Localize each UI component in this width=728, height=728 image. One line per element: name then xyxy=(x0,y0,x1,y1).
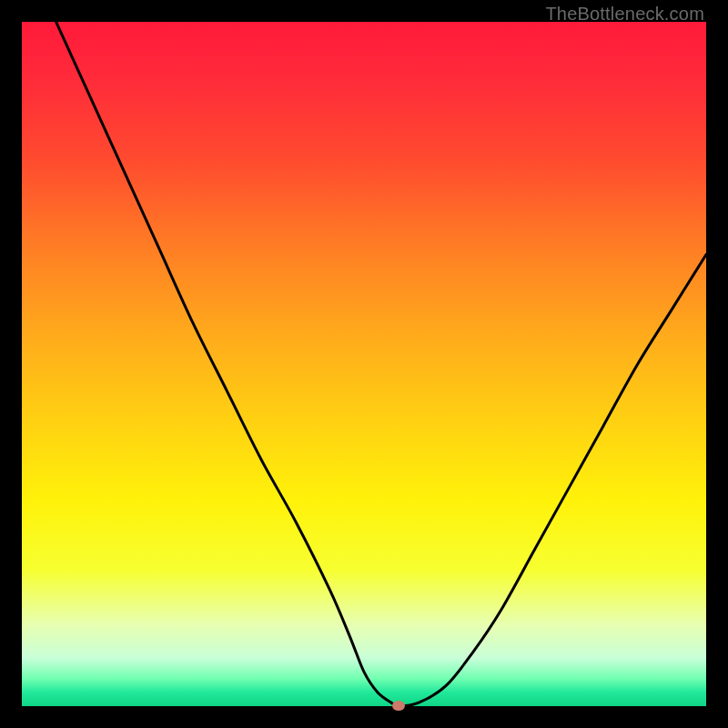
chart-container: TheBottleneck.com xyxy=(0,0,728,728)
plot-area xyxy=(22,22,706,706)
bottleneck-curve xyxy=(56,22,706,706)
curve-layer xyxy=(22,22,706,706)
optimal-point-marker xyxy=(392,701,405,711)
